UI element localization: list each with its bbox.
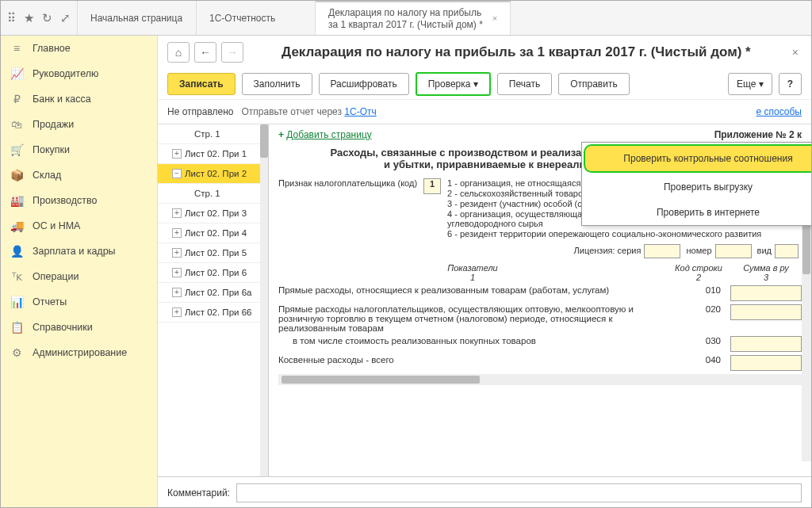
tree-scrollbar[interactable] [260,124,268,476]
add-page-link[interactable]: Добавить страницу [286,129,371,140]
sidebar-item-label: Отчеты [33,296,67,307]
open-icon[interactable]: ⤢ [60,11,71,25]
tree-item[interactable]: +Лист 02. При 1 [158,144,268,164]
license-row: Лицензия: серия номер вид [278,244,802,258]
taxpayer-label: Признак налогоплательщика (код) [278,178,417,239]
sidebar-item-label: Склад [33,170,61,181]
tree-item[interactable]: +Лист 02. При 3 [158,204,268,223]
home-button[interactable]: ⌂ [167,42,190,63]
content-header: ⌂ ← → Декларация по налогу на прибыль за… [158,36,811,69]
status-other-methods[interactable]: е способы [756,106,802,117]
check-button[interactable]: Проверка ▾ [416,72,491,96]
toolbar: Записать Заполнить Расшифровать Проверка… [158,69,811,99]
tab-label: Декларация по налогу на прибыль за 1 ква… [328,7,483,30]
sidebar-item-assets[interactable]: 🚚ОС и НМА [1,213,157,239]
gear-icon: ⚙ [10,346,23,359]
sidebar-item-admin[interactable]: ⚙Администрирование [1,340,157,365]
back-button[interactable]: ← [194,42,216,63]
sidebar-item-label: Банк и касса [33,94,91,105]
print-button[interactable]: Печать [497,73,552,95]
forward-button[interactable]: → [221,42,243,63]
comment-label: Комментарий: [167,487,230,498]
expand-icon[interactable]: + [172,288,182,297]
tree-item[interactable]: +Лист 02. При 5 [158,243,268,263]
fill-button[interactable]: Заполнить [242,73,312,95]
decode-button[interactable]: Расшифровать [319,73,409,95]
sidebar-item-operations[interactable]: ᵀᴋОперации [1,264,157,289]
scroll-thumb[interactable] [260,124,268,158]
expand-icon[interactable]: + [172,208,182,218]
send-button[interactable]: Отправить [558,73,630,95]
dropdown-item-check-export[interactable]: Проверить выгрузку [582,174,811,200]
sidebar-item-manager[interactable]: 📈Руководителю [1,61,157,86]
sidebar-item-purchases[interactable]: 🛒Покупки [1,137,157,162]
scroll-thumb[interactable] [282,376,480,384]
sidebar-item-label: Главное [33,43,71,54]
expand-icon[interactable]: + [172,248,182,258]
dropdown-item-check-online[interactable]: Проверить в интернете [582,200,811,225]
grid-row: Прямые расходы, относящиеся к реализован… [278,285,802,301]
tree-item-selected[interactable]: −Лист 02. При 2 [158,164,268,184]
license-type-input[interactable] [775,244,799,258]
tab-reporting[interactable]: 1С-Отчетность [197,1,316,35]
horizontal-scrollbar[interactable] [278,374,802,385]
tab-declaration[interactable]: Декларация по налогу на прибыль за 1 ква… [316,1,511,35]
debit-credit-icon: ᵀᴋ [10,270,23,283]
tree-item[interactable]: Стр. 1 [158,184,268,204]
comment-input[interactable] [236,483,802,502]
tab-start[interactable]: Начальная страница [78,1,197,35]
license-serie-input[interactable] [644,244,680,258]
person-icon: 👤 [10,245,23,258]
expand-icon[interactable]: + [172,149,182,159]
status-hint: Отправьте отчет через 1С-Отч [242,106,377,117]
factory-icon: 🏭 [10,194,23,207]
collapse-icon[interactable]: − [172,169,182,178]
sidebar-item-sales[interactable]: 🛍Продажи [1,112,157,137]
more-button[interactable]: Еще ▾ [728,73,772,95]
save-button[interactable]: Записать [167,73,236,95]
tree-item[interactable]: Стр. 1 [158,124,268,144]
sidebar-item-warehouse[interactable]: 📦Склад [1,162,157,188]
expand-icon[interactable]: + [172,268,182,277]
sidebar-item-references[interactable]: 📋Справочники [1,315,157,340]
ruble-icon: ₽ [10,93,23,105]
sidebar-item-label: ОС и НМА [33,220,80,231]
sidebar-item-main[interactable]: ≡Главное [1,36,157,61]
tree-item[interactable]: +Лист 02. При 66 [158,303,268,323]
license-number-input[interactable] [715,244,752,258]
sidebar-item-reports[interactable]: 📊Отчеты [1,289,157,315]
star-icon[interactable]: ★ [24,11,34,25]
taxpayer-code-input[interactable]: 1 [423,178,441,194]
expand-icon[interactable]: + [172,228,182,238]
tree-item[interactable]: +Лист 02. При 4 [158,223,268,243]
tree-item[interactable]: +Лист 02. При 6 [158,263,268,283]
amount-input-010[interactable] [730,285,802,301]
apps-icon[interactable]: ⠿ [7,11,16,25]
sidebar-item-bank[interactable]: ₽Банк и касса [1,86,157,112]
amount-input-020[interactable] [730,304,802,320]
help-button[interactable]: ? [779,73,802,95]
check-dropdown: Проверить контрольные соотношения Провер… [581,142,811,226]
topbar: ⠿ ★ ↻ ⤢ Начальная страница 1С-Отчетность… [1,1,811,36]
sidebar-item-label: Справочники [33,322,93,333]
amount-input-030[interactable] [730,336,802,352]
chart-icon: 📈 [10,67,23,80]
status-row: Не отправлено Отправьте отчет через 1С-О… [158,99,811,124]
sidebar-item-label: Производство [33,195,98,206]
tab-label: 1С-Отчетность [209,13,275,24]
expand-icon[interactable]: + [172,307,182,317]
content: ⌂ ← → Декларация по налогу на прибыль за… [158,36,811,508]
sidebar: ≡Главное 📈Руководителю ₽Банк и касса 🛍Пр… [1,36,158,508]
close-icon[interactable]: × [492,13,497,24]
sidebar-item-hr[interactable]: 👤Зарплата и кадры [1,239,157,264]
cart-icon: 🛒 [10,143,23,156]
tab-label: Начальная страница [90,13,182,24]
amount-input-040[interactable] [730,355,802,371]
sidebar-item-production[interactable]: 🏭Производство [1,188,157,213]
dropdown-item-control-ratios[interactable]: Проверить контрольные соотношения [584,144,811,173]
status-link[interactable]: 1С-Отч [344,106,376,117]
bars-icon: 📊 [10,296,23,308]
close-icon[interactable]: × [789,46,802,59]
tree-item[interactable]: +Лист 02. При 6а [158,283,268,303]
history-icon[interactable]: ↻ [42,11,52,25]
